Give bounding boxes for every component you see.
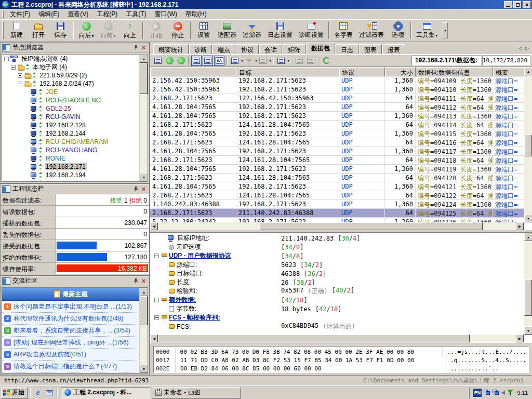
decode-row[interactable]: 字节数:18 bytes[42/18] <box>151 304 524 313</box>
packet-tool-filter-small[interactable] <box>244 56 254 66</box>
status-link[interactable]: http://www.csna.cn/viewthread.php?tid=62… <box>4 377 363 384</box>
toolbar-button-save-floppy[interactable]: 保存 <box>49 20 71 41</box>
packet-list-hscrollbar[interactable]: ◀ ▶ <box>150 222 524 230</box>
menu-item-f[interactable]: 文件(F) <box>6 9 34 20</box>
decode-row[interactable]: 源端口:5623[34/2] <box>151 260 524 269</box>
tab-数据包[interactable]: 数据包 <box>306 43 335 54</box>
scroll-down-icon[interactable]: ▼ <box>140 365 148 373</box>
tree-item-joe[interactable]: JOE <box>2 88 139 96</box>
packet-row[interactable]: 4.161.28.104:7565192.168.2.171:5623UDP1,… <box>150 165 524 174</box>
packet-tool-nav-forward[interactable]: → <box>176 56 186 66</box>
packet-row[interactable]: 2.168.2.171:5623124.161.28.104:7565UDP64… <box>150 191 524 200</box>
task-button-capsa[interactable]: 工程 2.cscproj - 科... <box>61 387 150 398</box>
node-tree-scrollbar[interactable]: ▲ ▼ <box>139 55 148 181</box>
packet-row[interactable]: 5.33.13.180:34343192.168.2.171:5623UDP1,… <box>150 218 524 222</box>
minimize-button[interactable] <box>504 1 512 8</box>
menu-item-h[interactable]: 帮助(H) <box>181 9 211 20</box>
restore-button[interactable] <box>513 1 522 8</box>
scroll-up-icon[interactable]: ▲ <box>524 233 532 241</box>
toolbar-button-log-settings[interactable]: 日志设置 <box>264 20 296 41</box>
decode-row[interactable]: FCS:0xC84BD945(计算出的) <box>151 322 524 331</box>
packet-row[interactable]: 2.168.2.171:5623211.140.242.83:46388UDP6… <box>150 209 524 218</box>
network-tray-icon[interactable] <box>493 390 499 395</box>
tab-端点[interactable]: 端点 <box>212 44 235 54</box>
toolbar-button-back-circle[interactable]: ←向后▾ <box>75 20 97 41</box>
hex-row[interactable]: 002E00 EB D2 84 06 00 8C 85 00 00 00 60 … <box>156 365 526 373</box>
tab-会话[interactable]: 会话 <box>259 44 282 54</box>
packet-tool-table-small[interactable] <box>258 56 268 66</box>
speaker-icon[interactable] <box>501 391 505 395</box>
tree-item-192.168.2.171[interactable]: 192.168.2.171 <box>2 163 139 171</box>
tree-item-rcu-yangliang[interactable]: RCU-YANGLIANG <box>2 146 139 154</box>
toolbar-button-toolset-window[interactable]: 工具集▾ <box>413 20 441 41</box>
scroll-up-icon[interactable]: ▲ <box>524 67 532 75</box>
scroll-thumb[interactable] <box>259 222 483 230</box>
decode-row[interactable]: 额外数据:[42/18] <box>151 296 524 304</box>
scroll-thumb[interactable] <box>158 335 470 342</box>
scroll-right-icon[interactable]: ▶ <box>516 222 524 230</box>
scroll-left-icon[interactable]: ◀ <box>150 335 158 342</box>
toolbar-button-diagnosis-settings[interactable]: 诊断设置 <box>296 20 327 41</box>
tree-item-ronie[interactable]: RONIE <box>2 154 139 163</box>
tree-item-192.168.2.128[interactable]: 192.168.2.128 <box>2 121 139 129</box>
decode-row[interactable]: 长度:26[38/2] <box>151 278 524 287</box>
community-topic[interactable]: 4[求助] 现在外网经常掉线，ping外 ...(1/56) <box>2 337 139 349</box>
collapse-icon[interactable] <box>4 57 9 61</box>
language-indicator[interactable]: EN <box>473 389 482 397</box>
column-header-大小[interactable]: 大小 <box>385 67 416 76</box>
menu-item-v[interactable]: 查看(V) <box>63 9 92 20</box>
packet-tool-nav-back[interactable]: ← <box>164 56 175 66</box>
packet-row[interactable]: 4.161.28.104:7565192.168.2.171:5623UDP1,… <box>150 147 524 156</box>
packet-tool-mail-send[interactable] <box>294 56 304 66</box>
tab-矩阵[interactable]: 矩阵 <box>283 44 305 54</box>
community-topic[interactable]: 5ARP攻击原理及防范(0/51) <box>2 349 139 361</box>
tab-协议[interactable]: 协议 <box>236 44 259 54</box>
decode-row[interactable]: UDP - 用户数据报协议[34/8] <box>151 251 524 260</box>
community-topic[interactable]: 1这个问题老是不定事出现,不明白是 ...(1/13) <box>2 301 139 313</box>
collapse-icon[interactable] <box>154 254 159 258</box>
pin-icon[interactable] <box>132 185 140 193</box>
toolbar-overflow-handle[interactable]: ▾ <box>443 22 448 38</box>
column-header-概要[interactable]: 概要 <box>493 67 524 76</box>
packet-row[interactable]: 2.168.2.171:5623124.161.28.104:7565UDP64… <box>150 121 524 129</box>
packet-row[interactable]: 4.161.28.104:7565192.168.2.171:5623UDP1,… <box>150 129 524 138</box>
tree-item-rcu-zhaosheng[interactable]: RCU-ZHAOSHENG <box>2 96 139 104</box>
tab-诊断[interactable]: 诊断 <box>189 44 212 54</box>
pin-icon[interactable] <box>132 277 140 285</box>
menu-item-p[interactable]: 工程(P) <box>92 9 122 20</box>
packet-row[interactable]: 2.168.2.171:5623124.161.28.104:7565UDP64… <box>150 156 524 165</box>
scroll-thumb[interactable] <box>140 63 148 94</box>
packet-row[interactable]: 4.161.28.104:7565192.168.2.171:5623UDP1,… <box>150 182 524 191</box>
collapse-icon[interactable] <box>154 315 159 320</box>
packet-tool-columns[interactable] <box>230 56 240 66</box>
antivirus-umbrella-icon[interactable] <box>507 390 514 395</box>
tree-item-[interactable]: 本地子网 (4) <box>2 63 139 71</box>
toolbar-button-open-folder[interactable]: 打开 <box>28 20 49 41</box>
close-icon[interactable]: × <box>140 44 148 51</box>
collapse-icon[interactable] <box>154 298 159 302</box>
close-icon[interactable]: × <box>140 185 148 193</box>
menu-grip[interactable] <box>2 10 4 18</box>
scroll-right-icon[interactable]: ▶ <box>516 335 524 342</box>
scroll-left-icon[interactable]: ◀ <box>150 222 158 230</box>
column-header-协议[interactable]: 协议 <box>339 67 385 76</box>
tree-item-221.8.59.029[interactable]: 221.8.59.0/29 (2) <box>2 71 139 79</box>
scroll-down-icon[interactable]: ▼ <box>140 173 148 181</box>
column-header-数据包:数据包信息[interactable]: 数据包:数据包信息 <box>416 67 493 76</box>
toolbar-grip[interactable] <box>2 21 4 39</box>
decode-row[interactable]: 目标IP地址:211.140.242.83[30/4] <box>151 234 524 243</box>
tree-item-192.168.2.024[interactable]: 192.168.2.0/24 (47) <box>2 79 139 88</box>
decode-row[interactable]: 目标端口:46388[36/2] <box>151 269 524 278</box>
packet-row[interactable]: 2.168.2.171:5623122.156.42.150:35963UDP6… <box>150 94 524 103</box>
scroll-down-icon[interactable]: ▼ <box>524 326 532 335</box>
toolbar-button-stop-circle[interactable]: 停止 <box>167 20 189 41</box>
toolbar-button-start-circle[interactable]: ▶开始 <box>145 20 167 41</box>
tree-item-192.168.2.144[interactable]: 192.168.2.144 <box>2 129 139 138</box>
packet-tool-refresh[interactable] <box>321 56 331 66</box>
packet-row[interactable]: 4.161.28.104:7565192.168.2.171:5623UDP1,… <box>150 112 524 121</box>
column-header-source[interactable] <box>150 67 236 76</box>
toolbar-button-forward-circle[interactable]: →向前▾ <box>97 20 119 41</box>
tab-scroll-arrows[interactable]: ◁ ▷ <box>518 46 530 51</box>
scroll-up-icon[interactable]: ▲ <box>140 288 148 296</box>
decode-row[interactable]: 无IP选项[34/0] <box>151 243 524 251</box>
